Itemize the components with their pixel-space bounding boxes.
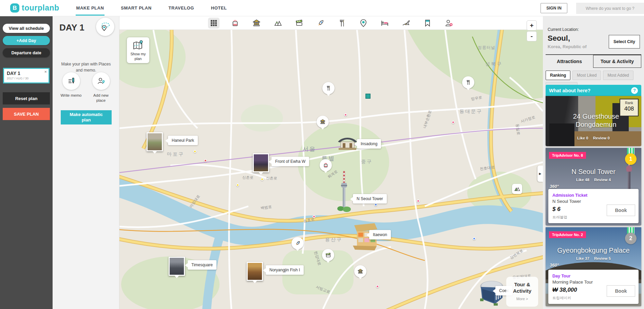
tab-attractions[interactable]: Attractions [546, 55, 593, 68]
route-plan-icon[interactable] [96, 18, 114, 36]
haneul-park-photo-marker[interactable] [147, 132, 163, 151]
write-memo-button[interactable]: Write memo [60, 72, 82, 103]
tab-tour-activity[interactable]: Tour & Activity [593, 55, 641, 68]
map-dot [452, 121, 455, 124]
map-dot [376, 285, 379, 288]
tour-activity-map-overlay[interactable]: Tour & Activity More > [506, 277, 538, 307]
panel-expand-handle[interactable]: ▶ [537, 166, 543, 182]
map-dot [344, 113, 347, 116]
tripadvisor-badge: TripAdvisor No. 8 [549, 152, 586, 159]
category-bookmark-icon[interactable] [422, 18, 433, 28]
current-country: Korea, Republic of [548, 44, 587, 49]
category-restaurant-icon[interactable] [336, 18, 348, 28]
category-add-guide-icon[interactable] [443, 18, 455, 28]
product-name: N Seoul Tower [552, 199, 634, 204]
map-dot [473, 237, 476, 240]
nav-hotel[interactable]: HOTEL [210, 0, 228, 16]
zoom-in-button[interactable]: + [527, 20, 537, 31]
filter-most-added[interactable]: Most Added [603, 71, 633, 80]
logo-icon: B [10, 3, 19, 13]
map-category-toolbar [119, 16, 543, 30]
map-label-seongbuk-gu: 성북구 [485, 61, 503, 67]
haneul-park-label[interactable]: Haneul Park [168, 136, 198, 145]
filter-ranking[interactable]: Ranking [546, 71, 570, 80]
current-city: Seoul, [548, 34, 570, 43]
category-museum-icon[interactable] [251, 18, 262, 28]
map-label-jung-gu: 중구 [361, 159, 373, 165]
book-button[interactable]: Book [607, 285, 635, 297]
add-new-place-button[interactable]: Add new place [90, 72, 112, 103]
add-day-button[interactable]: +Add Day [3, 36, 50, 45]
show-my-plan-button[interactable]: Show my plan [127, 37, 149, 63]
make-automatic-plan-button[interactable]: Make automatic plan [61, 110, 112, 124]
save-plan-button[interactable]: SAVE PLAN [3, 108, 50, 120]
map-poi-shopping-icon[interactable] [320, 159, 332, 171]
itaewon-label[interactable]: Itaewon [369, 230, 391, 239]
category-entertainment-icon[interactable] [293, 18, 305, 28]
map-zoom-controls: + - [527, 20, 537, 42]
nav-travelog[interactable]: TRAVELOG [168, 0, 195, 16]
filter-most-liked[interactable]: Most Liked [572, 71, 601, 80]
n-seoul-tower-label[interactable]: N Seoul Tower [353, 194, 387, 204]
card-likes: Like 37Review 5 [546, 256, 641, 260]
map-dot [204, 159, 207, 162]
reset-plan-button[interactable]: Reset plan [3, 92, 50, 104]
category-shopping-icon[interactable] [229, 18, 241, 28]
departure-date-button[interactable]: Departure date [3, 48, 50, 57]
nav-make-plan[interactable]: MAKE PLAN [76, 0, 105, 16]
timesquare-photo-marker[interactable] [169, 257, 185, 276]
map-poi-restaurant-icon[interactable] [322, 82, 335, 94]
nav-smart-plan[interactable]: SMART PLAN [120, 0, 152, 16]
destination-search-input[interactable] [576, 3, 644, 14]
sign-in-button[interactable]: SIGN IN [541, 3, 567, 13]
ewha-photo-marker[interactable] [253, 153, 269, 172]
attraction-card-gyeongbokgung[interactable]: TripAdvisor No. 2 2 Gyeongbokgung Palace… [546, 227, 641, 306]
category-hotel-icon[interactable] [379, 18, 391, 28]
map-label-dongdaemun-gu: 동대문구 [459, 109, 482, 115]
zoom-out-button[interactable]: - [527, 31, 537, 41]
ewha-label[interactable]: Front of Ewha W [271, 157, 309, 166]
card-title: Gyeongbokgung Palace [546, 246, 641, 254]
plan-map-icon [132, 40, 144, 51]
noryangjin-label[interactable]: Noryangjin Fish I [266, 265, 304, 275]
map-poi-restaurant-icon[interactable] [462, 76, 474, 89]
n-seoul-tower-3d-marker[interactable] [337, 171, 352, 215]
map-poi-entertainment-icon[interactable] [322, 249, 334, 261]
memo-icon [62, 72, 80, 90]
rank-medal-2: 2 [625, 227, 637, 244]
day-1-card[interactable]: DAY 1 2017 / AUG / 30 × [3, 68, 50, 83]
map-canvas[interactable]: + - Show my plan 정릉터널 성북구 동대문구 서울 특별 중구 … [119, 16, 543, 309]
category-flight-icon[interactable] [400, 18, 412, 28]
view-all-schedule-button[interactable]: View all schedule [3, 24, 50, 33]
map-poi-mountain-icon[interactable] [512, 184, 522, 194]
category-mountain-icon[interactable] [272, 18, 284, 28]
top-nav: B tourplanb MAKE PLAN SMART PLAN TRAVELO… [0, 0, 644, 16]
map-road-label: 신촌로 [266, 176, 277, 181]
help-icon[interactable]: ? [631, 87, 638, 94]
attraction-card-guesthouse[interactable]: Rank 408 24 Guesthouse Dongdaemun Like 0… [546, 96, 641, 146]
map-label-seoul: 서울 [303, 145, 316, 153]
attractions-panel: Current Location: Seoul, Korea, Republic… [543, 16, 644, 309]
timesquare-label[interactable]: Timesquare [188, 260, 216, 270]
category-place-pin-icon[interactable] [358, 18, 369, 28]
map-poi-activity-icon[interactable] [291, 237, 304, 249]
map-poi-station-marker[interactable] [365, 94, 371, 99]
insadong-label[interactable]: Insadong [357, 139, 381, 149]
map-label-tunnel: 정릉터널 [478, 45, 495, 51]
add-place-icon [92, 72, 110, 90]
attraction-card-n-seoul-tower[interactable]: TripAdvisor No. 8 1 N Seoul Tower Like 4… [546, 148, 641, 226]
map-label-mapo-gu: 마포구 [167, 151, 184, 157]
book-button[interactable]: Book [607, 205, 635, 216]
map-poi-museum-icon[interactable] [354, 265, 366, 277]
category-all-grid-icon[interactable] [208, 18, 220, 28]
logo[interactable]: B tourplanb [10, 3, 59, 13]
noryangjin-photo-marker[interactable] [247, 262, 263, 281]
close-icon[interactable]: × [44, 70, 47, 74]
vr-360-icon: 360° [550, 263, 559, 268]
map-poi-museum-icon[interactable] [317, 116, 329, 128]
tour-activity-overlay-more[interactable]: More > [506, 297, 538, 301]
day-panel-hint: Make your plan with Places and memo. [53, 61, 119, 73]
select-city-button[interactable]: Select City [609, 35, 640, 49]
product-box-day-tour: Day Tour Morning Palace Tour ₩ 38,000 트립… [548, 270, 639, 304]
category-activity-icon[interactable] [315, 18, 326, 28]
